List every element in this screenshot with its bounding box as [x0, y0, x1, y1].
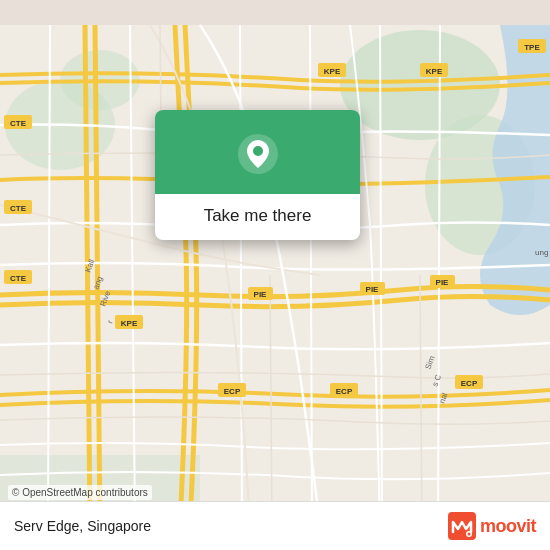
svg-text:CTE: CTE	[10, 204, 27, 213]
moovit-icon	[448, 512, 476, 540]
attribution-text: © OpenStreetMap contributors	[12, 487, 148, 498]
location-pin-icon	[236, 132, 280, 176]
location-name: Serv Edge, Singapore	[14, 518, 151, 534]
take-me-there-button[interactable]: Take me there	[155, 194, 360, 240]
svg-text:ECP: ECP	[224, 387, 241, 396]
svg-text:ECP: ECP	[461, 379, 478, 388]
moovit-logo: moovit	[448, 512, 536, 540]
svg-point-41	[253, 146, 263, 156]
map-background: CTE CTE CTE KPE KPE KPE PIE PIE PIE ECP …	[0, 0, 550, 550]
svg-text:ECP: ECP	[336, 387, 353, 396]
svg-text:KPE: KPE	[426, 67, 443, 76]
map-container: CTE CTE CTE KPE KPE KPE PIE PIE PIE ECP …	[0, 0, 550, 550]
svg-text:KPE: KPE	[324, 67, 341, 76]
take-me-there-card[interactable]: Take me there	[155, 110, 360, 240]
svg-text:PIE: PIE	[366, 285, 380, 294]
bottom-bar: Serv Edge, Singapore moovit	[0, 501, 550, 550]
svg-text:ung: ung	[535, 248, 548, 257]
svg-text:CTE: CTE	[10, 119, 27, 128]
osm-attribution: © OpenStreetMap contributors	[8, 485, 152, 500]
svg-text:TPE: TPE	[524, 43, 540, 52]
svg-text:KPE: KPE	[121, 319, 138, 328]
svg-text:PIE: PIE	[436, 278, 450, 287]
svg-point-44	[467, 533, 470, 536]
svg-text:PIE: PIE	[254, 290, 268, 299]
card-green-top	[155, 110, 360, 194]
moovit-text: moovit	[480, 516, 536, 537]
svg-text:CTE: CTE	[10, 274, 27, 283]
